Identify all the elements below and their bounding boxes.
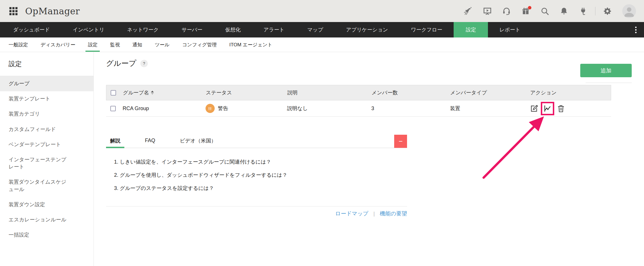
subnav-monitoring[interactable]: 監視	[104, 37, 126, 52]
nav-applications[interactable]: アプリケーション	[335, 22, 400, 37]
footer-links: ロードマップ | 機能の要望	[106, 210, 407, 217]
main-nav: ダッシュボード インベントリ ネットワーク サーバー 仮想化 アラート マップ …	[0, 22, 644, 37]
user-avatar[interactable]	[622, 4, 636, 18]
video-tour-icon[interactable]	[483, 7, 492, 15]
column-description: 説明	[287, 89, 372, 96]
sidebar-item-groups[interactable]: グループ	[0, 76, 93, 91]
subnav-configuration[interactable]: 設定	[81, 37, 104, 52]
subnav-config-management[interactable]: コンフィグ管理	[176, 37, 223, 52]
sidebar-item-device-categories[interactable]: 装置カテゴリ	[0, 106, 93, 122]
sort-icon[interactable]	[151, 91, 154, 95]
main-content: グループ ? 追加 グループ名 ステータス 説明 メンバー数 メンバータイプ ア	[94, 52, 644, 266]
subnav-tools[interactable]: ツール	[148, 37, 176, 52]
apps-grid-icon[interactable]	[9, 6, 18, 16]
nav-alerts[interactable]: アラート	[252, 22, 296, 37]
settings-sidebar: 設定 グループ 装置テンプレート 装置カテゴリ カスタムフィールド ベンダーテン…	[0, 52, 94, 266]
support-headset-icon[interactable]	[502, 7, 511, 15]
faq-item[interactable]: 3. グループのステータスを設定するには？	[106, 185, 287, 192]
roadmap-link[interactable]: ロードマップ	[335, 211, 368, 217]
annotation-highlight-box	[541, 102, 554, 115]
sidebar-item-device-downtime-schedules[interactable]: 装置ダウンタイムスケジュール	[0, 174, 93, 197]
table-header-row: グループ名 ステータス 説明 メンバー数 メンバータイプ アクション	[106, 85, 611, 100]
subnav-general-settings[interactable]: 一般設定	[2, 37, 34, 52]
header-icon-bar	[464, 4, 644, 18]
performance-chart-action-icon[interactable]	[543, 104, 552, 113]
faq-item[interactable]: 1. しきい値設定を、インターフェースグループに関連付けるには？	[106, 158, 287, 165]
sidebar-list: グループ 装置テンプレート 装置カテゴリ カスタムフィールド ベンダーテンプレー…	[0, 76, 93, 243]
notifications-bell-icon[interactable]	[560, 7, 568, 15]
description-cell: 説明なし	[287, 105, 371, 112]
settings-gear-icon[interactable]	[603, 7, 612, 15]
tab-faq[interactable]: FAQ	[141, 134, 159, 148]
column-member-type: メンバータイプ	[450, 89, 530, 96]
page-title: グループ	[106, 58, 136, 68]
delete-action-icon[interactable]	[557, 104, 565, 113]
footer-divider	[106, 206, 407, 207]
nav-server[interactable]: サーバー	[170, 22, 214, 37]
collapse-help-button[interactable]: −	[394, 135, 407, 148]
sidebar-title: 設定	[0, 52, 93, 76]
settings-sub-nav: 一般設定 ディスカバリー 設定 監視 通知 ツール コンフィグ管理 ITOM エ…	[0, 37, 644, 52]
button-underline	[586, 83, 632, 83]
status-label: 警告	[218, 105, 228, 112]
nav-settings[interactable]: 設定	[454, 22, 488, 37]
sidebar-item-escalation-rules[interactable]: エスカレーションルール	[0, 212, 93, 227]
nav-workflow[interactable]: ワークフロー	[400, 22, 454, 37]
groups-table: グループ名 ステータス 説明 メンバー数 メンバータイプ アクション RCA G…	[106, 85, 611, 117]
search-icon[interactable]	[541, 7, 549, 15]
add-group-button[interactable]: 追加	[580, 64, 632, 77]
column-group-name[interactable]: グループ名	[123, 89, 206, 96]
integrations-plug-icon[interactable]	[579, 7, 587, 15]
faq-item[interactable]: 2. グループを使用し、ダッシュボードウィザードをフィルターするには？	[106, 172, 287, 178]
sidebar-item-interface-templates[interactable]: インターフェーステンプレート	[0, 152, 93, 174]
warning-status-icon: !!	[206, 104, 215, 113]
edit-action-icon[interactable]	[530, 104, 538, 113]
row-checkbox[interactable]	[110, 106, 116, 111]
subnav-discovery[interactable]: ディスカバリー	[34, 37, 81, 52]
nav-virtualization[interactable]: 仮想化	[214, 22, 252, 37]
select-all-checkbox[interactable]	[111, 90, 116, 96]
actions-cell	[530, 102, 611, 115]
subnav-itom-agent[interactable]: ITOM エージェント	[223, 37, 279, 52]
tab-explanation[interactable]: 解説	[106, 134, 124, 148]
table-row: RCA Group !! 警告 説明なし 3 装置	[106, 100, 611, 117]
group-name-cell[interactable]: RCA Group	[123, 106, 206, 112]
sidebar-item-vendor-templates[interactable]: ベンダーテンプレート	[0, 137, 93, 152]
rocket-icon[interactable]	[464, 7, 472, 15]
nav-inventory[interactable]: インベントリ	[61, 22, 116, 37]
sidebar-item-device-templates[interactable]: 装置テンプレート	[0, 91, 93, 106]
sidebar-item-device-down-settings[interactable]: 装置ダウン設定	[0, 197, 93, 212]
opmanager-page: OpManager	[0, 0, 644, 266]
page-head: グループ ?	[106, 58, 148, 68]
column-status: ステータス	[206, 89, 287, 96]
faq-list: 1. しきい値設定を、インターフェースグループに関連付けるには？ 2. グループ…	[106, 158, 287, 198]
member-type-cell: 装置	[450, 105, 530, 112]
whats-new-gift-wrap[interactable]	[521, 7, 530, 15]
nav-maps[interactable]: マップ	[296, 22, 334, 37]
link-separator: |	[373, 211, 375, 217]
top-header: OpManager	[0, 0, 644, 22]
column-actions: アクション	[530, 89, 611, 96]
help-icon[interactable]: ?	[140, 60, 148, 67]
feature-request-link[interactable]: 機能の要望	[380, 211, 407, 217]
nav-dashboard[interactable]: ダッシュボード	[2, 22, 61, 37]
nav-reports[interactable]: レポート	[488, 22, 532, 37]
status-cell: !! 警告	[206, 104, 287, 113]
gift-notification-dot	[528, 6, 531, 9]
help-tabs: 解説 FAQ ビデオ（米国）	[106, 134, 407, 148]
tab-videos[interactable]: ビデオ（米国）	[176, 134, 220, 148]
app-title: OpManager	[25, 6, 80, 16]
column-member-count: メンバー数	[372, 89, 450, 96]
subnav-notification[interactable]: 通知	[126, 37, 148, 52]
nav-overflow-menu-icon[interactable]	[632, 25, 639, 35]
sidebar-item-bulk-settings[interactable]: 一括設定	[0, 227, 93, 243]
header-separator	[595, 7, 595, 15]
nav-network[interactable]: ネットワーク	[116, 22, 170, 37]
sidebar-item-custom-fields[interactable]: カスタムフィールド	[0, 122, 93, 137]
member-count-cell: 3	[371, 106, 450, 112]
body: 設定 グループ 装置テンプレート 装置カテゴリ カスタムフィールド ベンダーテン…	[0, 52, 644, 266]
